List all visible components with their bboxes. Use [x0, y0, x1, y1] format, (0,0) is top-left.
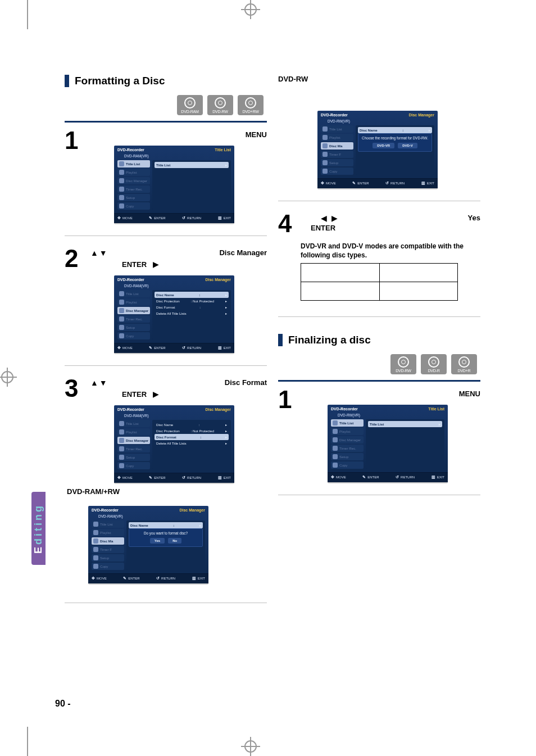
- heading-formatting: Formatting a Disc: [65, 75, 267, 87]
- heading-tab: [65, 75, 69, 87]
- osd-screen-6: DVD-Recorder Title List DVD-RW(VR) Title…: [328, 405, 448, 482]
- badge-label: DVD+RW: [242, 110, 258, 114]
- rule: [65, 365, 267, 366]
- select-disc-manager: Disc Manager: [219, 248, 267, 257]
- play-icon: ▶: [153, 260, 160, 269]
- osd-dialog: Choose the recording format for DVD-RW. …: [358, 133, 432, 152]
- left-column: Formatting a Disc DVD-RAM DVD-RW DVD+RW …: [65, 75, 267, 613]
- badge-label: DVD-RW: [212, 110, 228, 114]
- badge-label: DVD-RW: [396, 369, 411, 373]
- dialog-text: Do you want to format disc?: [131, 531, 200, 535]
- page: Formatting a Disc DVD-RAM DVD-RW DVD+RW …: [0, 0, 536, 756]
- step-number: 3: [65, 376, 84, 483]
- rule: [278, 316, 480, 317]
- crop-mark: [27, 0, 28, 29]
- step-1: 1 MENU DVD-Recorder Title List DVD-RAM(V…: [65, 128, 267, 223]
- step-4: 4 ◀ ▶ Yes ENTER: [278, 211, 480, 236]
- osd-title: DVD-Recorder: [117, 148, 144, 152]
- badge-dvd-ram: DVD-RAM: [177, 95, 203, 115]
- select-disc-format: Disc Format: [225, 378, 267, 387]
- menu-label: MENU: [459, 390, 480, 398]
- step-number: 2: [65, 246, 84, 353]
- enter-label: ENTER: [122, 260, 147, 269]
- compat-table: [301, 263, 458, 301]
- side-tab-initial: E: [33, 544, 44, 553]
- arrow-up-down-icon: ▲▼: [90, 248, 108, 257]
- step-number: 4: [278, 211, 297, 236]
- step-2: 2 ▲▼ Disc Manager ENTER ▶ DVD-Recorder D…: [65, 246, 267, 353]
- enter-label: ENTER: [311, 224, 335, 232]
- osd-title-right: Title List: [215, 148, 231, 152]
- osd-screen-1: DVD-Recorder Title List DVD-RAM(VR) Titl…: [114, 146, 234, 223]
- step-number: 1: [278, 387, 297, 482]
- badge-dvd-r: DVD-R: [421, 354, 447, 374]
- menu-label: MENU: [246, 130, 267, 139]
- step-number: 1: [65, 128, 84, 223]
- dialog-text: Choose the recording format for DVD-RW.: [361, 136, 429, 140]
- registration-mark: [244, 740, 257, 753]
- select-yes: Yes: [468, 214, 480, 222]
- compat-note: DVD-VR and DVD-V modes are compatible wi…: [301, 242, 480, 260]
- badge-label: DVD+R: [458, 369, 471, 373]
- registration-mark: [244, 3, 257, 16]
- side-tab-rest: diting: [33, 504, 44, 545]
- rule: [65, 121, 267, 123]
- heading-text: Finalizing a disc: [288, 334, 371, 346]
- rule: [278, 201, 480, 201]
- enter-label: ENTER: [122, 390, 147, 399]
- dialog-dvd-v-button[interactable]: DVD-V: [398, 143, 417, 148]
- osd-pane: Title List▸: [152, 160, 231, 210]
- mid-label-left: DVD-RAM/+RW: [67, 487, 267, 496]
- badge-label: DVD-RAM: [181, 110, 198, 114]
- crop-mark: [27, 727, 28, 756]
- badge-dvd-plus-rw: DVD+RW: [238, 95, 264, 115]
- heading-text: Formatting a Disc: [75, 75, 165, 87]
- registration-mark: [1, 371, 13, 383]
- osd-subtitle: DVD-RAM(VR): [114, 153, 234, 160]
- heading-tab: [278, 334, 283, 346]
- osd-dialog: Do you want to format disc? Yes No: [129, 528, 203, 547]
- badge-dvd-rw: DVD-RW: [390, 354, 416, 374]
- dialog-dvd-vr-button[interactable]: DVD-VR: [373, 143, 394, 148]
- step-3: 3 ▲▼ Disc Format ENTER ▶ DVD-Recorder Di…: [65, 376, 267, 483]
- osd-hints: ✥MOVE ✎ENTER ↺RETURN ▥EXIT: [114, 213, 234, 223]
- rule: [278, 495, 480, 495]
- osd-screen-4: DVD-Recorder Disc Manager DVD-RAM(VR) Ti…: [88, 506, 208, 583]
- right-column: DVD-RW DVD-Recorder Disc Manager DVD-RW(…: [278, 75, 480, 505]
- right-header: DVD-RW: [278, 75, 308, 83]
- dialog-no-button[interactable]: No: [168, 538, 181, 544]
- badge-dvd-plus-r: DVD+R: [451, 354, 477, 374]
- side-tab-editing: Editing: [31, 492, 46, 565]
- rule: [65, 236, 267, 236]
- osd-screen-5: DVD-Recorder Disc Manager DVD-RW(VR) Tit…: [317, 111, 438, 188]
- arrow-left-right-icon: ◀ ▶: [321, 214, 339, 223]
- badge-dvd-rw: DVD-RW: [207, 95, 233, 115]
- osd-sidebar: Title List Playlist Disc Manager Timer R…: [117, 160, 150, 210]
- badge-label: DVD-R: [428, 369, 439, 373]
- heading-finalizing: Finalizing a disc: [278, 334, 480, 346]
- rule: [278, 380, 480, 382]
- play-icon: ▶: [153, 390, 160, 399]
- arrow-up-down-icon: ▲▼: [90, 378, 108, 387]
- dialog-yes-button[interactable]: Yes: [150, 538, 165, 544]
- disc-badges: DVD-RAM DVD-RW DVD+RW: [65, 95, 264, 115]
- rule: [65, 603, 267, 603]
- disc-badges: DVD-RW DVD-R DVD+R: [278, 354, 477, 374]
- osd-screen-3: DVD-Recorder Disc Manager DVD-RAM(VR) Ti…: [114, 405, 234, 483]
- finalize-step-1: 1 MENU DVD-Recorder Title List DVD-RW(VR…: [278, 387, 480, 482]
- page-number: 90 -: [55, 699, 71, 709]
- osd-screen-2: DVD-Recorder Disc Manager DVD-RAM(VR) Ti…: [114, 275, 234, 353]
